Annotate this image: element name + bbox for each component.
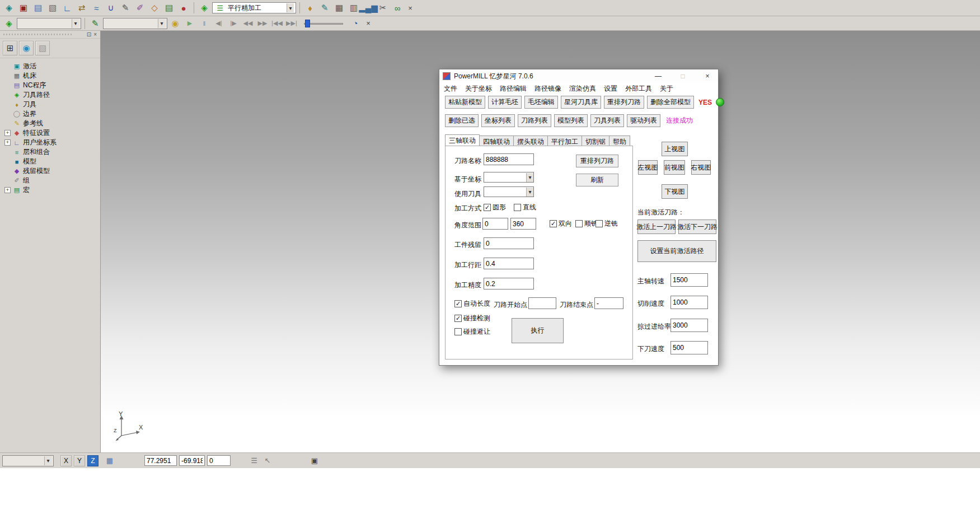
- play-icon[interactable]: ▶: [183, 17, 196, 30]
- collision-avoid-checkbox[interactable]: 碰撞避让: [454, 327, 490, 337]
- rearrange-toolpaths-button[interactable]: 重排列刀路: [604, 96, 644, 109]
- stock-remain-input[interactable]: [484, 237, 534, 249]
- drive-list-button[interactable]: 驱动列表: [627, 114, 660, 127]
- transform-icon[interactable]: ⇄: [75, 2, 88, 14]
- explorer-tree-icon[interactable]: ⊞: [3, 41, 17, 55]
- curve-icon[interactable]: ∪: [104, 2, 118, 14]
- menu-coordinates[interactable]: 关于坐标: [465, 84, 492, 94]
- grid-icon[interactable]: ▦: [104, 455, 115, 466]
- refresh-button[interactable]: 刷新: [576, 174, 618, 186]
- tab-swivel-head[interactable]: 摆头联动: [513, 136, 548, 146]
- simulation-tool-dropdown[interactable]: [103, 18, 167, 29]
- step-back-icon[interactable]: ◀|: [212, 17, 226, 30]
- end-point-input[interactable]: [594, 297, 623, 309]
- model-list-button[interactable]: 模型列表: [554, 114, 588, 127]
- calc-block-button[interactable]: 计算毛坯: [488, 96, 522, 109]
- view-bottom-button[interactable]: 下视图: [662, 184, 688, 199]
- active-toolpath-icon[interactable]: ◈: [2, 17, 16, 30]
- angle-end-input[interactable]: [510, 218, 536, 230]
- stepover-input[interactable]: [484, 258, 534, 269]
- statusbar-dropdown[interactable]: [2, 455, 54, 466]
- axis-y-button[interactable]: Y: [74, 455, 85, 466]
- collision-check-checkbox[interactable]: 碰撞检测: [454, 314, 490, 323]
- expand-icon[interactable]: [4, 139, 11, 146]
- line-checkbox[interactable]: 直线: [514, 203, 536, 212]
- toolbar-close-icon[interactable]: ×: [405, 2, 415, 14]
- maximize-button[interactable]: □: [672, 69, 693, 83]
- expand-icon[interactable]: [4, 130, 11, 136]
- activate-next-toolpath-button[interactable]: 激活下一刀路: [678, 220, 716, 234]
- chevron-down-icon[interactable]: [287, 3, 294, 12]
- cursor-icon[interactable]: ↖: [262, 455, 273, 466]
- menu-external-tools[interactable]: 外部工具: [625, 84, 652, 94]
- spindle-speed-input[interactable]: [670, 273, 708, 287]
- auto-length-checkbox[interactable]: 自动长度: [454, 299, 490, 309]
- use-tool-combo[interactable]: [484, 186, 534, 197]
- powermill-logo-icon[interactable]: ◈: [2, 2, 16, 14]
- panel-close-icon[interactable]: ×: [93, 31, 97, 38]
- toolpath-list-button[interactable]: 刀路列表: [518, 114, 551, 127]
- tree-item-nc-programs[interactable]: ▤ NC程序: [3, 81, 100, 90]
- tree-item-machine[interactable]: ▦ 机床: [3, 71, 100, 81]
- shaded-model-icon[interactable]: ▧: [35, 41, 50, 55]
- tree-item-activate[interactable]: ▣ 激活: [3, 62, 100, 71]
- delete-selected-button[interactable]: 删除已选: [445, 114, 479, 127]
- axis-x-button[interactable]: X: [60, 455, 72, 466]
- tree-item-tools[interactable]: ♦ 刀具: [3, 100, 100, 109]
- tool-cutter-icon[interactable]: ♦: [303, 2, 317, 14]
- save-icon[interactable]: ▣: [17, 2, 30, 14]
- tool-list-button[interactable]: 刀具列表: [590, 114, 624, 127]
- tree-item-boundaries[interactable]: ◯ 边界: [3, 109, 100, 119]
- minimize-button[interactable]: —: [648, 69, 669, 83]
- display-icon[interactable]: ▣: [309, 455, 320, 466]
- set-active-path-button[interactable]: 设置当前激活路径: [637, 240, 716, 262]
- tool-edit-icon[interactable]: ✎: [318, 2, 331, 14]
- tab-cutting-saw[interactable]: 切割锯: [582, 136, 609, 146]
- go-end-icon[interactable]: ▶▶|: [285, 17, 298, 30]
- tree-item-toolpaths[interactable]: ◈ 刀具路径: [3, 90, 100, 100]
- simulation-speed-slider[interactable]: [304, 19, 343, 28]
- toolpath-select-dropdown[interactable]: [17, 18, 81, 29]
- chevron-down-icon[interactable]: [526, 173, 533, 182]
- tree-item-workplanes[interactable]: ∟ 用户坐标系: [3, 138, 100, 147]
- brush-icon[interactable]: ✐: [133, 2, 147, 14]
- view-left-button[interactable]: 左视图: [638, 160, 658, 175]
- model-block-icon[interactable]: ▧: [46, 2, 59, 14]
- tool-library-button[interactable]: 星河刀具库: [561, 96, 601, 109]
- toolbar-close-icon[interactable]: ×: [363, 17, 373, 30]
- tab-3axis[interactable]: 三轴联动: [445, 134, 480, 146]
- rewind-icon[interactable]: ◀◀: [241, 17, 255, 30]
- rearrange-toolpaths-button-2[interactable]: 重排列刀路: [576, 155, 618, 167]
- axis-z-button[interactable]: Z: [87, 455, 99, 466]
- menu-path-mirror[interactable]: 路径镜像: [534, 84, 561, 94]
- chevron-down-icon[interactable]: [44, 456, 51, 465]
- cutting-speed-input[interactable]: [670, 296, 708, 309]
- fast-forward-icon[interactable]: ▶▶: [256, 17, 269, 30]
- tab-4axis[interactable]: 四轴联动: [479, 136, 514, 146]
- chevron-down-icon[interactable]: [72, 19, 79, 28]
- tolerance-input[interactable]: [484, 278, 534, 289]
- climb-mill-checkbox[interactable]: 顺铣: [575, 219, 598, 228]
- execute-button[interactable]: 执行: [512, 318, 564, 343]
- start-point-input[interactable]: [528, 297, 556, 309]
- statistics-icon[interactable]: ▂▄▆: [362, 2, 375, 14]
- workplane-icon[interactable]: ∟: [60, 2, 74, 14]
- dialog-titlebar[interactable]: PowerMILL 忆梦星河 7.0.6 — □ ×: [439, 69, 718, 83]
- tree-item-groups[interactable]: ✐ 组: [3, 176, 100, 185]
- calculator-icon[interactable]: ▦: [332, 2, 346, 14]
- panel-gripper[interactable]: ⊡ ×: [0, 31, 100, 39]
- tree-item-models[interactable]: ■ 模型: [3, 157, 100, 166]
- paste-new-model-button[interactable]: 粘贴新模型: [445, 96, 485, 109]
- step-forward-icon[interactable]: |▶: [227, 17, 240, 30]
- view-front-button[interactable]: 前视图: [664, 160, 685, 175]
- shading-icon[interactable]: ●: [177, 2, 190, 14]
- coordinate-list-button[interactable]: 坐标列表: [481, 114, 515, 127]
- delete-all-models-button[interactable]: 删除全部模型: [647, 96, 694, 109]
- circle-checkbox[interactable]: 圆形: [484, 203, 506, 212]
- chevron-down-icon[interactable]: [158, 19, 165, 28]
- view-right-button[interactable]: 右视图: [691, 160, 711, 175]
- toolpath-edit-icon[interactable]: ✎: [88, 17, 102, 30]
- toolpath-name-input[interactable]: [484, 153, 534, 165]
- lightbulb-icon[interactable]: ◉: [168, 17, 182, 30]
- tree-item-stock-models[interactable]: ◆ 残留模型: [3, 166, 100, 176]
